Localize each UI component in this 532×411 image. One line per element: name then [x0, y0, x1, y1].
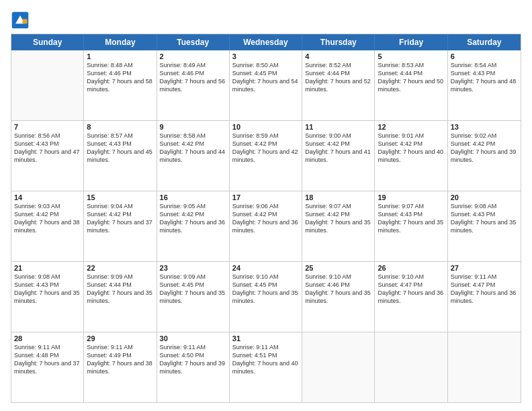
- calendar-cell: 26Sunrise: 9:10 AMSunset: 4:47 PMDayligh…: [375, 262, 447, 332]
- day-number: 17: [232, 193, 299, 201]
- cell-info: Sunrise: 8:53 AMSunset: 4:44 PMDaylight:…: [378, 61, 444, 94]
- day-number: 14: [14, 193, 81, 201]
- cell-info: Sunrise: 8:56 AMSunset: 4:43 PMDaylight:…: [14, 132, 81, 165]
- day-number: 4: [305, 52, 371, 60]
- calendar-header-row: SundayMondayTuesdayWednesdayThursdayFrid…: [11, 34, 521, 50]
- cell-info: Sunrise: 8:52 AMSunset: 4:44 PMDaylight:…: [305, 61, 371, 94]
- day-number: 7: [14, 123, 81, 131]
- calendar-cell: 18Sunrise: 9:07 AMSunset: 4:42 PMDayligh…: [302, 191, 375, 261]
- col-header-monday: Monday: [84, 34, 157, 50]
- day-number: 30: [160, 334, 226, 342]
- day-number: 18: [305, 193, 371, 201]
- calendar-cell: 6Sunrise: 8:54 AMSunset: 4:43 PMDaylight…: [448, 50, 521, 120]
- day-number: 8: [87, 123, 153, 131]
- day-number: 27: [451, 264, 518, 272]
- cell-info: Sunrise: 9:05 AMSunset: 4:42 PMDaylight:…: [160, 202, 226, 235]
- cell-info: Sunrise: 9:10 AMSunset: 4:45 PMDaylight:…: [232, 273, 299, 306]
- cell-info: Sunrise: 9:08 AMSunset: 4:43 PMDaylight:…: [14, 273, 81, 306]
- day-number: 1: [87, 52, 153, 60]
- day-number: 25: [305, 264, 371, 272]
- cell-info: Sunrise: 8:49 AMSunset: 4:46 PMDaylight:…: [160, 61, 226, 94]
- cell-info: Sunrise: 9:07 AMSunset: 4:43 PMDaylight:…: [378, 202, 444, 235]
- day-number: 3: [232, 52, 299, 60]
- day-number: 26: [378, 264, 444, 272]
- calendar-week-2: 14Sunrise: 9:03 AMSunset: 4:42 PMDayligh…: [11, 191, 521, 261]
- calendar-cell: [11, 50, 84, 120]
- cell-info: Sunrise: 9:11 AMSunset: 4:51 PMDaylight:…: [232, 343, 299, 376]
- calendar-cell: 24Sunrise: 9:10 AMSunset: 4:45 PMDayligh…: [230, 262, 302, 332]
- calendar-cell: 19Sunrise: 9:07 AMSunset: 4:43 PMDayligh…: [375, 191, 447, 261]
- calendar-cell: 7Sunrise: 8:56 AMSunset: 4:43 PMDaylight…: [11, 121, 84, 191]
- day-number: 11: [305, 123, 371, 131]
- cell-info: Sunrise: 9:09 AMSunset: 4:44 PMDaylight:…: [87, 273, 153, 306]
- calendar-cell: 29Sunrise: 9:11 AMSunset: 4:49 PMDayligh…: [84, 332, 157, 402]
- logo: [11, 11, 32, 30]
- cell-info: Sunrise: 9:11 AMSunset: 4:50 PMDaylight:…: [160, 343, 226, 376]
- logo-icon: [11, 11, 30, 30]
- day-number: 23: [160, 264, 226, 272]
- calendar-week-0: 1Sunrise: 8:48 AMSunset: 4:46 PMDaylight…: [11, 50, 521, 120]
- cell-info: Sunrise: 8:57 AMSunset: 4:43 PMDaylight:…: [87, 132, 153, 165]
- calendar-cell: 4Sunrise: 8:52 AMSunset: 4:44 PMDaylight…: [302, 50, 375, 120]
- day-number: 6: [451, 52, 518, 60]
- calendar-cell: [375, 332, 447, 402]
- calendar-week-3: 21Sunrise: 9:08 AMSunset: 4:43 PMDayligh…: [11, 261, 521, 332]
- col-header-wednesday: Wednesday: [230, 34, 302, 50]
- cell-info: Sunrise: 9:07 AMSunset: 4:42 PMDaylight:…: [305, 202, 371, 235]
- calendar-cell: 13Sunrise: 9:02 AMSunset: 4:42 PMDayligh…: [448, 121, 521, 191]
- cell-info: Sunrise: 9:08 AMSunset: 4:43 PMDaylight:…: [451, 202, 518, 235]
- cell-info: Sunrise: 9:09 AMSunset: 4:45 PMDaylight:…: [160, 273, 226, 306]
- calendar-cell: 20Sunrise: 9:08 AMSunset: 4:43 PMDayligh…: [448, 191, 521, 261]
- calendar-cell: 21Sunrise: 9:08 AMSunset: 4:43 PMDayligh…: [11, 262, 84, 332]
- calendar-cell: 25Sunrise: 9:10 AMSunset: 4:46 PMDayligh…: [302, 262, 375, 332]
- calendar-cell: 23Sunrise: 9:09 AMSunset: 4:45 PMDayligh…: [157, 262, 230, 332]
- cell-info: Sunrise: 9:11 AMSunset: 4:47 PMDaylight:…: [451, 273, 518, 306]
- calendar-cell: [448, 332, 521, 402]
- cell-info: Sunrise: 9:02 AMSunset: 4:42 PMDaylight:…: [451, 132, 518, 165]
- calendar: SundayMondayTuesdayWednesdayThursdayFrid…: [11, 34, 521, 403]
- header: [11, 8, 521, 30]
- cell-info: Sunrise: 8:48 AMSunset: 4:46 PMDaylight:…: [87, 61, 153, 94]
- cell-info: Sunrise: 9:11 AMSunset: 4:49 PMDaylight:…: [87, 343, 153, 376]
- calendar-cell: 22Sunrise: 9:09 AMSunset: 4:44 PMDayligh…: [84, 262, 157, 332]
- calendar-cell: [302, 332, 375, 402]
- calendar-cell: 15Sunrise: 9:04 AMSunset: 4:42 PMDayligh…: [84, 191, 157, 261]
- calendar-cell: 10Sunrise: 8:59 AMSunset: 4:42 PMDayligh…: [230, 121, 302, 191]
- day-number: 10: [232, 123, 299, 131]
- cell-info: Sunrise: 9:11 AMSunset: 4:48 PMDaylight:…: [14, 343, 81, 376]
- calendar-cell: 28Sunrise: 9:11 AMSunset: 4:48 PMDayligh…: [11, 332, 84, 402]
- cell-info: Sunrise: 8:59 AMSunset: 4:42 PMDaylight:…: [232, 132, 299, 165]
- cell-info: Sunrise: 9:10 AMSunset: 4:46 PMDaylight:…: [305, 273, 371, 306]
- calendar-cell: 27Sunrise: 9:11 AMSunset: 4:47 PMDayligh…: [448, 262, 521, 332]
- col-header-tuesday: Tuesday: [157, 34, 230, 50]
- calendar-cell: 3Sunrise: 8:50 AMSunset: 4:45 PMDaylight…: [230, 50, 302, 120]
- day-number: 29: [87, 334, 153, 342]
- calendar-cell: 16Sunrise: 9:05 AMSunset: 4:42 PMDayligh…: [157, 191, 230, 261]
- cell-info: Sunrise: 9:03 AMSunset: 4:42 PMDaylight:…: [14, 202, 81, 235]
- calendar-cell: 31Sunrise: 9:11 AMSunset: 4:51 PMDayligh…: [230, 332, 302, 402]
- calendar-body: 1Sunrise: 8:48 AMSunset: 4:46 PMDaylight…: [11, 50, 521, 402]
- cell-info: Sunrise: 9:04 AMSunset: 4:42 PMDaylight:…: [87, 202, 153, 235]
- cell-info: Sunrise: 8:50 AMSunset: 4:45 PMDaylight:…: [232, 61, 299, 94]
- col-header-sunday: Sunday: [11, 34, 84, 50]
- calendar-cell: 1Sunrise: 8:48 AMSunset: 4:46 PMDaylight…: [84, 50, 157, 120]
- day-number: 13: [451, 123, 518, 131]
- day-number: 20: [451, 193, 518, 201]
- day-number: 2: [160, 52, 226, 60]
- day-number: 22: [87, 264, 153, 272]
- day-number: 12: [378, 123, 444, 131]
- day-number: 31: [232, 334, 299, 342]
- col-header-saturday: Saturday: [448, 34, 521, 50]
- day-number: 21: [14, 264, 81, 272]
- calendar-cell: 12Sunrise: 9:01 AMSunset: 4:42 PMDayligh…: [375, 121, 447, 191]
- day-number: 15: [87, 193, 153, 201]
- calendar-cell: 8Sunrise: 8:57 AMSunset: 4:43 PMDaylight…: [84, 121, 157, 191]
- day-number: 16: [160, 193, 226, 201]
- calendar-week-1: 7Sunrise: 8:56 AMSunset: 4:43 PMDaylight…: [11, 120, 521, 191]
- cell-info: Sunrise: 9:00 AMSunset: 4:42 PMDaylight:…: [305, 132, 371, 165]
- cell-info: Sunrise: 9:10 AMSunset: 4:47 PMDaylight:…: [378, 273, 444, 306]
- cell-info: Sunrise: 8:54 AMSunset: 4:43 PMDaylight:…: [451, 61, 518, 94]
- calendar-cell: 17Sunrise: 9:06 AMSunset: 4:42 PMDayligh…: [230, 191, 302, 261]
- cell-info: Sunrise: 9:06 AMSunset: 4:42 PMDaylight:…: [232, 202, 299, 235]
- day-number: 5: [378, 52, 444, 60]
